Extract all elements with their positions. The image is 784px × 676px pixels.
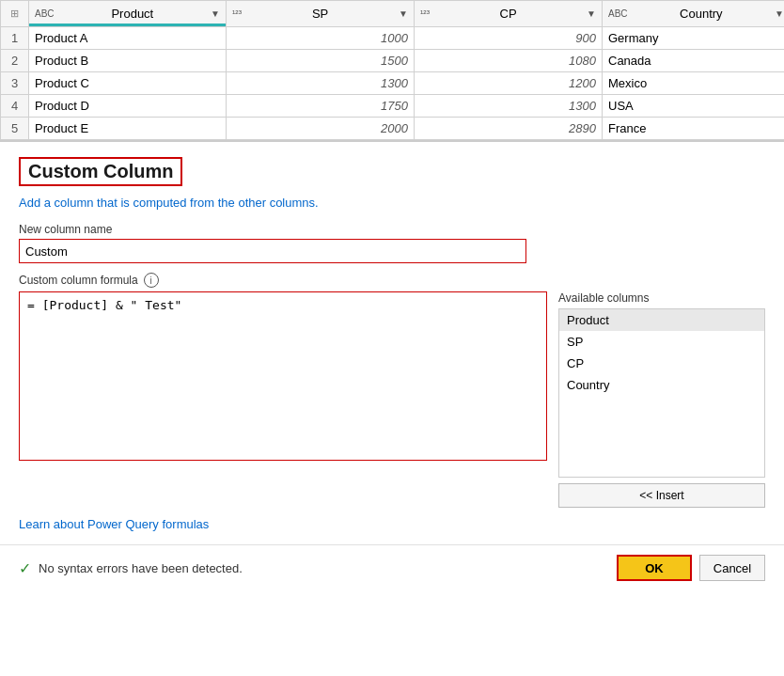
cp-cell: 2890	[415, 118, 603, 140]
col-dropdown-sp[interactable]: ▼	[399, 8, 408, 19]
dialog-subtitle: Add a column that is computed from the o…	[19, 196, 765, 210]
col-type-cp: ¹²³	[420, 8, 430, 19]
dialog-title: Custom Column	[19, 157, 182, 186]
button-area: OK Cancel	[617, 555, 765, 581]
col-header-sp[interactable]: ¹²³ SP ▼	[227, 1, 415, 27]
col-dropdown-country[interactable]: ▼	[775, 8, 784, 19]
formula-label: Custom column formula	[19, 274, 138, 287]
table-row: 2 Product B 1500 1080 Canada	[1, 50, 785, 72]
cp-cell: 1200	[415, 72, 603, 95]
cp-cell: 1080	[415, 50, 603, 72]
formula-and-columns: Available columns ProductSPCPCountry << …	[19, 291, 765, 508]
product-cell: Product D	[29, 95, 227, 118]
product-cell: Product A	[29, 27, 227, 50]
data-table: ⊞ ABC Product ▼ ¹²³ SP ▼	[0, 0, 784, 140]
col-label-country: Country	[632, 7, 772, 21]
col-type-country: ABC	[608, 8, 628, 19]
col-header-country[interactable]: ABC Country ▼	[603, 1, 785, 27]
columns-list-item[interactable]: SP	[559, 331, 764, 353]
formula-label-row: Custom column formula i	[19, 273, 765, 288]
columns-list-item[interactable]: Country	[559, 374, 764, 396]
sp-cell: 2000	[227, 118, 415, 140]
col-type-sp: ¹²³	[232, 8, 242, 19]
country-cell: Germany	[603, 27, 785, 50]
table-row: 1 Product A 1000 900 Germany	[1, 27, 785, 50]
sp-cell: 1000	[227, 27, 415, 50]
col-label-product: Product	[58, 7, 208, 21]
row-num-cell: 5	[1, 118, 29, 140]
sp-cell: 1500	[227, 50, 415, 72]
column-name-input[interactable]	[19, 239, 526, 263]
col-dropdown-cp[interactable]: ▼	[587, 8, 596, 19]
columns-list-item[interactable]: CP	[559, 353, 764, 374]
cp-cell: 900	[415, 27, 603, 50]
col-header-cp[interactable]: ¹²³ CP ▼	[415, 1, 603, 27]
table-row: 3 Product C 1300 1200 Mexico	[1, 72, 785, 95]
sp-cell: 1300	[227, 72, 415, 95]
cancel-button[interactable]: Cancel	[699, 555, 765, 581]
table-row: 4 Product D 1750 1300 USA	[1, 95, 785, 118]
info-icon[interactable]: i	[144, 273, 159, 288]
bottom-bar: ✓ No syntax errors have been detected. O…	[0, 544, 784, 590]
product-cell: Product B	[29, 50, 227, 72]
status-text: No syntax errors have been detected.	[39, 561, 243, 575]
row-num-cell: 1	[1, 27, 29, 50]
col-label-cp: CP	[433, 7, 583, 21]
custom-column-dialog: Custom Column Add a column that is compu…	[0, 142, 784, 541]
row-num-cell: 4	[1, 95, 29, 118]
available-columns-label: Available columns	[558, 291, 765, 305]
row-num-cell: 3	[1, 72, 29, 95]
country-cell: Canada	[603, 50, 785, 72]
status-area: ✓ No syntax errors have been detected.	[19, 559, 243, 577]
data-table-section: ⊞ ABC Product ▼ ¹²³ SP ▼	[0, 0, 784, 142]
col-name-label: New column name	[19, 223, 765, 236]
col-header-product[interactable]: ABC Product ▼	[29, 1, 227, 27]
product-cell: Product E	[29, 118, 227, 140]
insert-button[interactable]: << Insert	[558, 483, 765, 508]
product-cell: Product C	[29, 72, 227, 95]
col-dropdown-product[interactable]: ▼	[211, 8, 220, 19]
country-cell: USA	[603, 95, 785, 118]
table-row: 5 Product E 2000 2890 France	[1, 118, 785, 140]
country-cell: Mexico	[603, 72, 785, 95]
row-num-header: ⊞	[1, 1, 29, 27]
formula-textarea[interactable]	[19, 291, 547, 461]
sp-cell: 1750	[227, 95, 415, 118]
country-cell: France	[603, 118, 785, 140]
check-icon: ✓	[19, 559, 31, 577]
row-num-cell: 2	[1, 50, 29, 72]
ok-button[interactable]: OK	[617, 555, 692, 581]
columns-list-item[interactable]: Product	[559, 309, 764, 331]
col-type-product: ABC	[35, 8, 55, 19]
cp-cell: 1300	[415, 95, 603, 118]
available-columns-section: Available columns ProductSPCPCountry << …	[558, 291, 765, 508]
formula-area-wrap	[19, 291, 547, 508]
col-label-sp: SP	[245, 7, 395, 21]
learn-link[interactable]: Learn about Power Query formulas	[19, 517, 209, 531]
columns-list-box: ProductSPCPCountry	[558, 308, 765, 478]
